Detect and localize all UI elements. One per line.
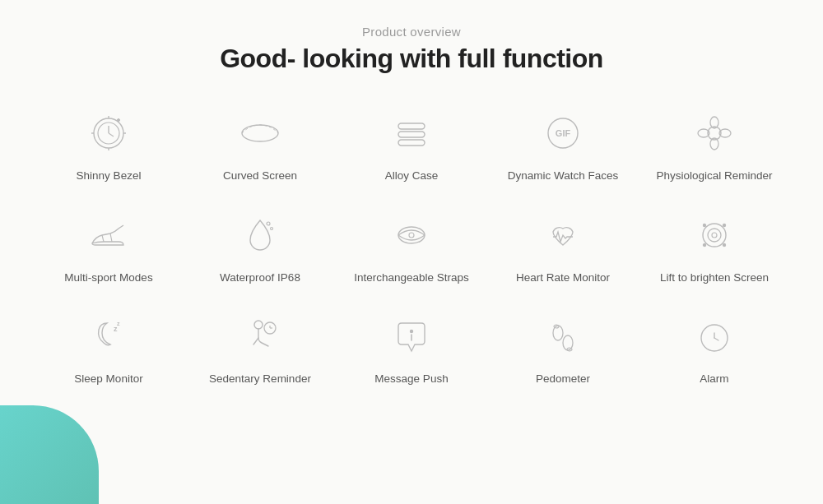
feature-alloy-case: Alloy Case bbox=[336, 99, 487, 192]
feature-sleep: z z Sleep Monitor bbox=[33, 302, 184, 395]
shinny-bezel-label: Shinny Bezel bbox=[77, 168, 142, 184]
straps-label: Interchangeable Straps bbox=[354, 270, 469, 286]
curved-screen-label: Curved Screen bbox=[223, 168, 297, 184]
svg-point-29 bbox=[704, 243, 706, 246]
svg-text:GIF: GIF bbox=[556, 128, 571, 138]
sport-label: Multi-sport Modes bbox=[64, 270, 152, 286]
dynamic-watch-label: Dynamic Watch Faces bbox=[508, 168, 619, 184]
page-subtitle: Product overview bbox=[362, 25, 461, 39]
shinny-bezel-icon bbox=[82, 107, 135, 160]
curved-screen-icon bbox=[234, 107, 286, 160]
feature-curved-screen: Curved Screen bbox=[184, 99, 336, 192]
svg-rect-11 bbox=[398, 132, 425, 137]
feature-message: Message Push bbox=[336, 302, 487, 395]
svg-point-28 bbox=[723, 224, 726, 226]
main-container: Product overview Good- looking with full… bbox=[0, 0, 823, 504]
feature-sport: Multi-sport Modes bbox=[33, 201, 184, 294]
feature-pedometer: Pedometer bbox=[487, 302, 639, 395]
features-grid: Shinny Bezel Curved Screen bbox=[33, 99, 790, 395]
svg-text:z: z bbox=[117, 321, 120, 326]
svg-point-24 bbox=[703, 224, 726, 247]
svg-point-26 bbox=[712, 233, 717, 238]
svg-line-8 bbox=[109, 133, 114, 136]
feature-waterproof: Waterproof IP68 bbox=[184, 201, 336, 294]
alloy-case-label: Alloy Case bbox=[385, 168, 439, 184]
alloy-case-icon bbox=[385, 107, 438, 160]
svg-point-37 bbox=[411, 331, 413, 333]
alarm-icon bbox=[688, 310, 741, 363]
svg-point-30 bbox=[723, 243, 726, 246]
heart-rate-icon bbox=[537, 209, 589, 261]
feature-straps: Interchangeable Straps bbox=[336, 201, 487, 294]
straps-icon bbox=[385, 209, 438, 261]
svg-point-21 bbox=[271, 227, 273, 229]
physiological-icon bbox=[688, 107, 741, 160]
feature-lift-screen: Lift to brighten Screen bbox=[639, 201, 790, 294]
alarm-label: Alarm bbox=[700, 371, 728, 387]
physiological-label: Physiological Reminder bbox=[656, 168, 772, 184]
svg-rect-12 bbox=[398, 140, 425, 146]
svg-point-9 bbox=[242, 125, 278, 141]
waterproof-label: Waterproof IP68 bbox=[220, 270, 300, 286]
sedentary-icon bbox=[234, 310, 286, 363]
lift-screen-icon bbox=[688, 209, 741, 261]
svg-point-25 bbox=[708, 229, 721, 242]
lift-screen-label: Lift to brighten Screen bbox=[660, 270, 769, 286]
feature-heart-rate: Heart Rate Monitor bbox=[487, 201, 639, 294]
waterproof-icon bbox=[234, 209, 286, 261]
sleep-label: Sleep Monitor bbox=[74, 371, 142, 387]
feature-alarm: Alarm bbox=[639, 302, 790, 395]
feature-shinny-bezel: Shinny Bezel bbox=[33, 99, 184, 192]
svg-point-23 bbox=[409, 233, 414, 238]
feature-dynamic-watch: GIF Dynamic Watch Faces bbox=[487, 99, 639, 192]
sport-icon bbox=[82, 209, 135, 261]
page-title: Good- looking with full function bbox=[220, 44, 603, 74]
svg-point-27 bbox=[704, 224, 706, 226]
message-label: Message Push bbox=[374, 371, 448, 387]
svg-rect-10 bbox=[398, 123, 425, 129]
svg-point-22 bbox=[398, 227, 425, 243]
sedentary-label: Sedentary Reminder bbox=[209, 371, 311, 387]
pedometer-label: Pedometer bbox=[536, 371, 590, 387]
feature-sedentary: Sedentary Reminder bbox=[184, 302, 336, 395]
svg-point-6 bbox=[118, 119, 120, 122]
svg-point-33 bbox=[254, 321, 263, 329]
feature-physiological: Physiological Reminder bbox=[639, 99, 790, 192]
svg-point-20 bbox=[267, 222, 270, 225]
message-icon bbox=[385, 310, 438, 363]
pedometer-icon bbox=[537, 310, 589, 363]
heart-rate-label: Heart Rate Monitor bbox=[516, 270, 610, 286]
dynamic-watch-icon: GIF bbox=[537, 107, 589, 160]
svg-line-45 bbox=[714, 338, 718, 340]
sleep-icon: z z bbox=[82, 310, 135, 363]
